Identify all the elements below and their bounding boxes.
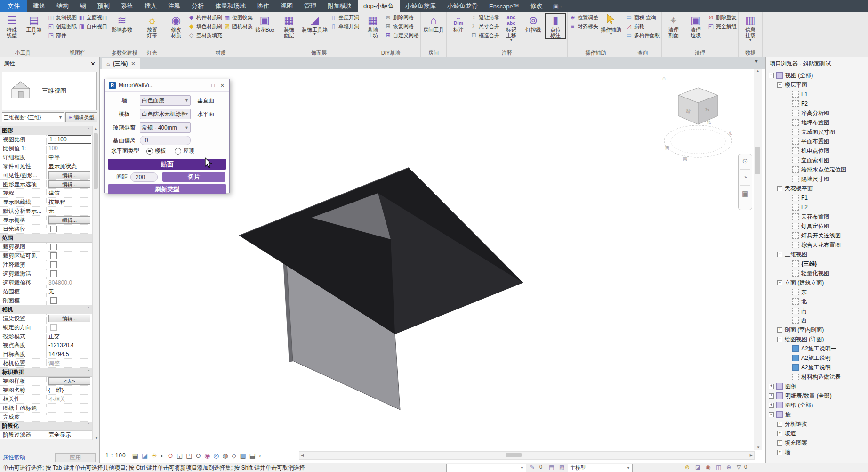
ribbon-button[interactable]: ⊚灯控线 (523, 13, 544, 33)
tree-item[interactable]: 给排水点位定位图 (766, 165, 868, 174)
base-offset-input[interactable]: 0 (140, 136, 191, 145)
tree-expander[interactable]: + (777, 327, 782, 333)
lock-3d-view-icon[interactable]: ⊝ (195, 452, 201, 459)
menu-tab[interactable]: dop-小鲮鱼 (358, 0, 400, 12)
vertical-scrollbar[interactable]: ▲▼ (754, 69, 762, 450)
ribbon-button[interactable]: ◨自由视口 (78, 22, 107, 31)
ribbon-button[interactable]: ◰完全解组 (707, 22, 737, 31)
editable-only-icon[interactable]: ✎ (530, 464, 535, 471)
ribbon-button[interactable]: ▭面积 查询 (626, 13, 660, 22)
drag-on-selection-icon[interactable]: ⊕ (726, 464, 731, 471)
property-value-input[interactable]: 1 : 100 (48, 135, 91, 144)
property-value[interactable]: {三维} (47, 386, 92, 394)
visual-style-icon[interactable]: ◪ (142, 452, 148, 459)
detail-level-icon[interactable]: ▦ (132, 452, 138, 459)
radio-floor[interactable]: 楼板 (146, 147, 166, 155)
temporary-hide-icon[interactable]: ◎ (213, 452, 219, 459)
ribbon-button[interactable]: ▥信息 挂载▾ (740, 13, 761, 42)
menu-tab[interactable]: 修改 (525, 0, 548, 12)
ribbon-display-toggle[interactable]: ▣▾ (548, 0, 567, 12)
zoom-icon[interactable]: ◔ (743, 173, 747, 181)
tree-item[interactable]: 西 (766, 316, 868, 325)
slice-button[interactable]: 切片 (162, 172, 225, 182)
render-dialog-icon[interactable]: ⊙ (168, 452, 173, 459)
ribbon-button[interactable]: ▯整层开洞 (330, 13, 359, 22)
menu-tab[interactable]: 系统 (115, 0, 139, 12)
scroll-right-icon[interactable]: ▶ (750, 453, 753, 457)
tree-item[interactable]: 地坪布置图 (766, 118, 868, 127)
tree-item[interactable]: −立面 (建筑立面) (766, 278, 868, 287)
collapse-icon[interactable]: ˆ (88, 128, 89, 133)
view-scale-button[interactable]: 1 : 100 (103, 452, 129, 459)
collapse-icon[interactable]: ˆ (88, 370, 89, 375)
horizontal-scrollbar[interactable]: ◀ ▶ (299, 451, 755, 460)
ribbon-button[interactable]: ◉修改 材质 (166, 13, 186, 39)
ribbon-button[interactable]: ▣贴花Box (254, 13, 275, 33)
ribbon-button[interactable]: ≋影响参数 (111, 13, 133, 33)
tree-expander[interactable]: + (777, 422, 782, 427)
skylight-type-dropdown[interactable]: 常规 - 400mm ▼ (140, 122, 191, 133)
property-value[interactable] (47, 404, 92, 412)
property-value[interactable]: 中等 (47, 153, 92, 162)
reveal-hidden-icon[interactable]: ◉ (204, 452, 210, 459)
apply-button[interactable]: 应用 (55, 453, 96, 462)
tree-item[interactable]: 北 (766, 297, 868, 306)
tree-expander[interactable]: − (777, 82, 782, 88)
menu-tab[interactable]: 钢 (74, 0, 92, 12)
ribbon-button[interactable]: ▭多构件面积 (626, 31, 660, 40)
ribbon-button[interactable]: ☰特殊 线型 (1, 13, 22, 39)
menu-tab[interactable]: 体量和场地 (209, 0, 251, 12)
property-checkbox[interactable] (50, 244, 57, 250)
wall-type-dropdown[interactable]: 白色面层 ▼ (140, 95, 191, 106)
property-value[interactable]: 304800.0 (47, 278, 92, 287)
select-pinned-icon[interactable]: ◉ (706, 464, 710, 471)
tree-item[interactable]: −族 (766, 410, 868, 419)
view-cube[interactable]: 东 西 北 南 ⌂ 前 右 (661, 74, 737, 169)
tree-expander[interactable]: + (777, 450, 782, 455)
tree-item[interactable]: 灯具开关连线图 (766, 231, 868, 240)
tree-item[interactable]: +填充图案 (766, 438, 868, 448)
menu-tab[interactable]: 建筑 (27, 0, 51, 12)
tree-item[interactable]: +图纸 (全部) (766, 400, 868, 410)
select-link-icon[interactable]: ⊚ (685, 464, 690, 471)
type-dropdown[interactable]: 三维视图: {三维} ▼ (2, 112, 64, 122)
ribbon-button[interactable]: 操作辅助▾ (600, 13, 622, 36)
ribbon-button[interactable]: ▣清理 垃圾 (685, 13, 706, 39)
collapse-icon[interactable]: ˆ (88, 236, 89, 241)
tree-item[interactable]: +剖面 (室内剖面) (766, 325, 868, 334)
show-crop-icon[interactable]: ◳ (186, 452, 192, 459)
menu-tab[interactable]: 结构 (51, 0, 74, 12)
property-checkbox[interactable] (50, 297, 57, 304)
property-edit-button[interactable]: 编辑... (48, 180, 90, 188)
tree-item[interactable]: 材料构造做法表 (766, 372, 868, 382)
tree-item[interactable]: A2施工说明一 (766, 344, 868, 353)
property-value[interactable]: 100 (47, 144, 92, 153)
select-underlay-icon[interactable]: ◪ (695, 464, 700, 471)
tree-item[interactable]: F1 (766, 90, 868, 99)
ribbon-button[interactable]: ▤工具箱▾ (24, 13, 44, 36)
tree-item[interactable]: 净高分析图 (766, 108, 868, 118)
property-value[interactable]: 调整 (47, 359, 92, 367)
property-checkbox[interactable] (50, 226, 57, 232)
tree-expander[interactable]: − (769, 412, 774, 417)
property-value[interactable]: 14794.5 (47, 350, 92, 358)
analytic-model-icon[interactable]: ◍ (223, 452, 228, 459)
collapse-icon[interactable]: ‹ (259, 452, 261, 459)
floor-type-dropdown[interactable]: 白色防水无机涂料 ▼ (140, 109, 191, 119)
ribbon-button[interactable]: abcabc标记 上移▾ (501, 13, 522, 42)
ribbon-button[interactable]: ◧立面视口 (78, 13, 107, 22)
property-section-header[interactable]: 阶段化ˆ (0, 422, 92, 431)
tree-item[interactable]: A2施工说明二 (766, 363, 868, 372)
ribbon-button[interactable]: ⌂房间工具 (422, 13, 445, 33)
property-edit-button[interactable]: 编辑... (48, 171, 90, 179)
shadows-icon[interactable]: ◐ (161, 452, 164, 459)
tree-expander[interactable]: − (777, 280, 782, 285)
temp-view-properties-icon[interactable]: ▤ (249, 452, 256, 459)
ribbon-button[interactable]: ◿损耗 (626, 22, 660, 31)
tree-expander[interactable]: + (769, 403, 774, 408)
property-value[interactable] (47, 413, 92, 421)
ribbon-button[interactable]: ↕避让清零 (470, 13, 499, 22)
design-options-dropdown[interactable]: ▼ (446, 464, 526, 472)
scrollbar-thumb[interactable] (755, 147, 760, 174)
maximize-icon[interactable]: □ (211, 82, 215, 89)
